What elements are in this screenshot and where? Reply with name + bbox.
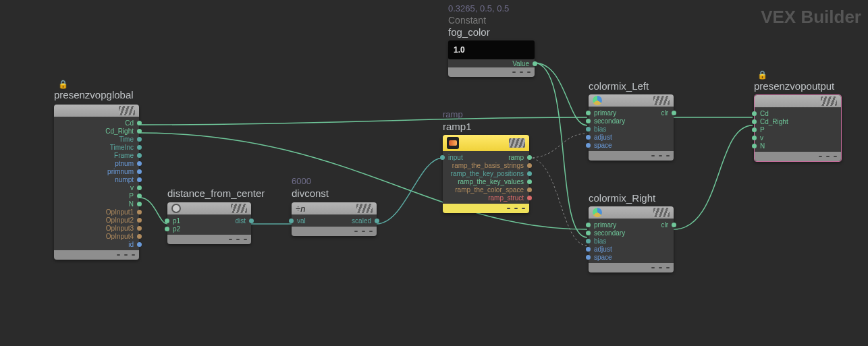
port-cd_right[interactable]: Cd_Right [755, 117, 841, 125]
port-dot[interactable] [137, 226, 142, 231]
port-dot[interactable] [137, 121, 142, 125]
node-distance[interactable]: p1p2 dist [167, 202, 251, 244]
port-opinput2[interactable]: OpInput2 [54, 216, 139, 224]
port-dot[interactable] [752, 119, 757, 124]
port-p[interactable]: P [755, 125, 841, 134]
port-dot[interactable] [527, 188, 532, 192]
port-dot[interactable] [586, 143, 591, 148]
port-dot[interactable] [586, 135, 591, 140]
port-dot[interactable] [527, 163, 532, 168]
port-dot[interactable] [137, 129, 142, 134]
port-cd[interactable]: Cd [755, 109, 841, 117]
port-opinput3[interactable]: OpInput3 [54, 224, 139, 232]
constant-preview-value: 1.0 [454, 45, 465, 55]
port-n[interactable]: N [54, 200, 139, 208]
port-dot[interactable] [137, 194, 142, 198]
port-bias[interactable]: bias [589, 237, 674, 245]
port-secondary[interactable]: secondary [589, 117, 674, 125]
port-dot[interactable] [752, 111, 757, 116]
port-scaled[interactable]: scaled [292, 217, 377, 225]
port-clr[interactable]: clr [589, 221, 674, 229]
colormix-icon [593, 208, 602, 217]
port-dot[interactable] [137, 210, 142, 214]
port-dot[interactable] [527, 179, 532, 184]
port-dot[interactable] [137, 153, 142, 158]
node-colormix-left[interactable]: primarysecondarybiasadjustspace clr [589, 94, 674, 161]
port-dot[interactable] [672, 223, 676, 227]
port-label: N [129, 200, 134, 208]
node-colormix-right[interactable]: primarysecondarybiasadjustspace clr [589, 206, 674, 272]
port-label: scaled [352, 217, 371, 225]
port-dot[interactable] [137, 202, 142, 206]
port-space[interactable]: space [589, 253, 674, 261]
port-ramp[interactable]: ramp [443, 153, 529, 161]
port-dot[interactable] [752, 144, 757, 148]
port-ramp_struct[interactable]: ramp_struct [443, 194, 529, 202]
port-cd[interactable]: Cd [54, 119, 139, 127]
port-dot[interactable] [752, 127, 757, 132]
node-ramp[interactable]: input rampramp_the_basis_stringsramp_the… [443, 135, 529, 213]
port-ramp_the_key_values[interactable]: ramp_the_key_values [443, 177, 529, 185]
port-dot[interactable] [137, 145, 142, 150]
port-secondary[interactable]: secondary [589, 229, 674, 237]
port-dot[interactable] [586, 239, 591, 243]
port-opinput1[interactable]: OpInput1 [54, 208, 139, 216]
port-dist[interactable]: dist [167, 217, 251, 225]
port-dot[interactable] [249, 219, 254, 223]
port-clr[interactable]: clr [589, 109, 674, 117]
port-adjust[interactable]: adjust [589, 245, 674, 253]
port-bias[interactable]: bias [589, 125, 674, 133]
port-dot[interactable] [672, 111, 676, 115]
port-p[interactable]: P [54, 192, 139, 200]
stripes-icon [119, 106, 135, 115]
port-time[interactable]: Time [54, 135, 139, 143]
port-dot[interactable] [137, 218, 142, 223]
node-output[interactable]: CdCd_RightPvN [754, 94, 842, 162]
port-adjust[interactable]: adjust [589, 133, 674, 141]
port-dot[interactable] [137, 169, 142, 174]
port-dot[interactable] [137, 177, 142, 182]
port-dot[interactable] [137, 137, 142, 142]
node-global[interactable]: CdCd_RightTimeTimeIncFrameptnumprimnumnu… [54, 105, 139, 260]
port-dot[interactable] [586, 255, 591, 260]
port-frame[interactable]: Frame [54, 151, 139, 159]
node-constant[interactable]: 1.0 Value [448, 40, 535, 77]
port-opinput4[interactable]: OpInput4 [54, 232, 139, 240]
port-primnum[interactable]: primnum [54, 167, 139, 175]
port-ramp_the_key_positions[interactable]: ramp_the_key_positions [443, 169, 529, 177]
port-id[interactable]: id [54, 240, 139, 248]
port-dot[interactable] [137, 161, 142, 166]
colormix-icon [593, 96, 602, 105]
port-dot[interactable] [527, 196, 532, 200]
distance-name: distance_from_center [167, 188, 265, 199]
port-cd_right[interactable]: Cd_Right [54, 127, 139, 135]
port-numpt[interactable]: numpt [54, 175, 139, 183]
port-dot[interactable] [586, 247, 591, 252]
port-dot[interactable] [586, 127, 591, 132]
node-divconst[interactable]: ÷n val scaled [292, 202, 377, 236]
port-label: secondary [594, 229, 625, 237]
port-dot[interactable] [752, 136, 757, 140]
port-dot[interactable] [375, 219, 379, 223]
port-dot[interactable] [586, 119, 591, 123]
port-dot[interactable] [586, 231, 591, 235]
port-v[interactable]: v [54, 183, 139, 192]
port-dot[interactable] [527, 155, 532, 160]
port-dot[interactable] [137, 185, 142, 190]
port-dot[interactable] [165, 227, 169, 231]
port-label: Cd_Right [760, 118, 788, 125]
port-ptnum[interactable]: ptnum [54, 159, 139, 167]
port-dot[interactable] [137, 242, 142, 247]
port-ramp_the_color_space[interactable]: ramp_the_color_space [443, 185, 529, 194]
port-dot[interactable] [527, 171, 532, 176]
port-ramp_the_basis_strings[interactable]: ramp_the_basis_strings [443, 161, 529, 169]
port-label: primnum [107, 168, 134, 175]
port-v[interactable]: v [755, 134, 841, 142]
port-space[interactable]: space [589, 141, 674, 149]
port-p2[interactable]: p2 [167, 225, 251, 233]
port-label: clr [661, 109, 668, 117]
port-timeinc[interactable]: TimeInc [54, 143, 139, 151]
stripes-icon [231, 204, 247, 213]
port-n[interactable]: N [755, 142, 841, 150]
port-dot[interactable] [137, 234, 142, 239]
